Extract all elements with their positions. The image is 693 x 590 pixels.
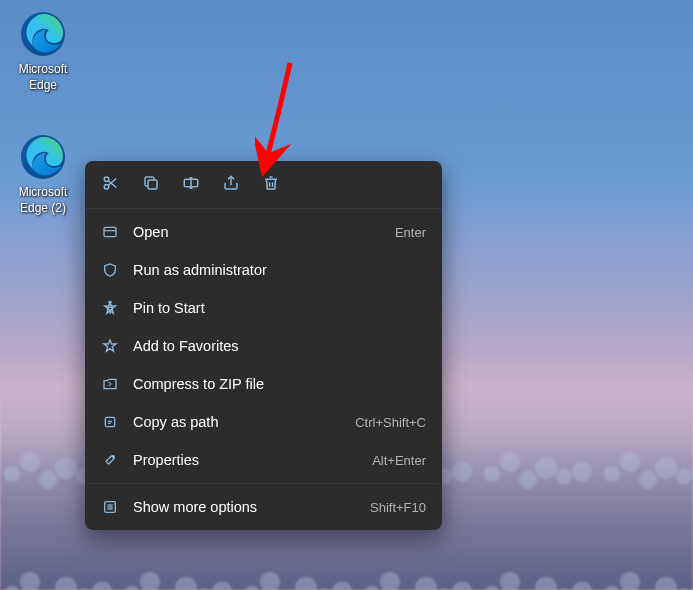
menu-item-add-favorites[interactable]: Add to Favorites (85, 327, 442, 365)
edge-icon (19, 10, 67, 58)
context-menu-items: Open Enter Run as administrator Pin to S… (85, 209, 442, 530)
menu-item-shortcut: Alt+Enter (372, 453, 426, 468)
menu-item-label: Copy as path (133, 414, 355, 430)
menu-item-label: Open (133, 224, 395, 240)
share-icon (222, 174, 240, 196)
menu-item-shortcut: Enter (395, 225, 426, 240)
menu-item-compress-zip[interactable]: Compress to ZIP file (85, 365, 442, 403)
trash-icon (262, 174, 280, 196)
menu-item-copy-path[interactable]: Copy as path Ctrl+Shift+C (85, 403, 442, 441)
menu-item-more-options[interactable]: Show more options Shift+F10 (85, 488, 442, 526)
context-menu: Open Enter Run as administrator Pin to S… (85, 161, 442, 530)
shield-icon (101, 261, 119, 279)
pin-icon (101, 299, 119, 317)
svg-rect-13 (104, 227, 116, 236)
cut-button[interactable] (93, 167, 129, 203)
menu-item-label: Pin to Start (133, 300, 426, 316)
wrench-icon (101, 451, 119, 469)
desktop-icon-edge-2[interactable]: Microsoft Edge (2) (5, 133, 81, 216)
delete-button[interactable] (253, 167, 289, 203)
context-menu-toolbar (85, 161, 442, 209)
open-icon (101, 223, 119, 241)
menu-item-shortcut: Shift+F10 (370, 500, 426, 515)
rename-button[interactable] (173, 167, 209, 203)
menu-separator (89, 483, 438, 484)
svg-point-2 (104, 177, 109, 182)
copy-path-icon (101, 413, 119, 431)
menu-item-label: Properties (133, 452, 372, 468)
svg-point-3 (104, 184, 109, 189)
menu-item-label: Show more options (133, 499, 370, 515)
menu-item-label: Compress to ZIP file (133, 376, 426, 392)
menu-item-shortcut: Ctrl+Shift+C (355, 415, 426, 430)
menu-item-properties[interactable]: Properties Alt+Enter (85, 441, 442, 479)
menu-item-open[interactable]: Open Enter (85, 213, 442, 251)
edge-icon (19, 133, 67, 181)
more-options-icon (101, 498, 119, 516)
menu-item-label: Run as administrator (133, 262, 426, 278)
star-icon (101, 337, 119, 355)
copy-icon (142, 174, 160, 196)
menu-item-run-admin[interactable]: Run as administrator (85, 251, 442, 289)
zip-icon (101, 375, 119, 393)
desktop-icon-label: Microsoft Edge (5, 62, 81, 93)
desktop-icon-edge-1[interactable]: Microsoft Edge (5, 10, 81, 93)
scissors-icon (102, 174, 120, 196)
copy-button[interactable] (133, 167, 169, 203)
menu-item-label: Add to Favorites (133, 338, 426, 354)
share-button[interactable] (213, 167, 249, 203)
menu-item-pin-start[interactable]: Pin to Start (85, 289, 442, 327)
desktop-icon-label: Microsoft Edge (2) (5, 185, 81, 216)
svg-rect-6 (148, 180, 157, 189)
rename-icon (182, 174, 200, 196)
